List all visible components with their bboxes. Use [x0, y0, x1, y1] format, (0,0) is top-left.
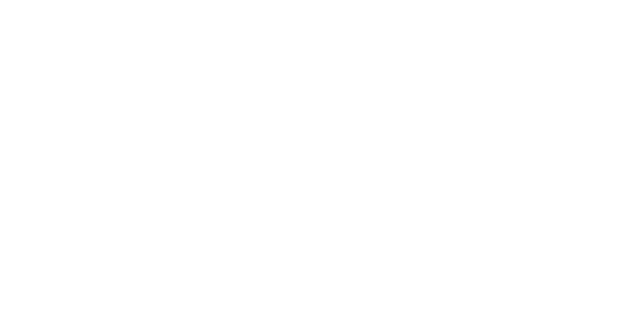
partial-row-below-table — [0, 14, 644, 328]
table-header-row — [0, 3, 644, 14]
partial-row-above-header — [0, 0, 644, 3]
spreadsheet — [0, 0, 644, 328]
